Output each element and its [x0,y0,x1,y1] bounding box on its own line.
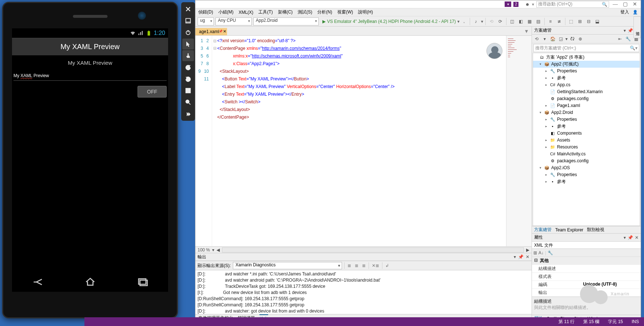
recents-icon[interactable] [136,277,148,287]
toolbar-icon-6[interactable]: ⊞ [576,19,584,24]
menu-test[interactable]: 測試(S) [298,9,312,15]
tree-item[interactable]: ▸▪參考 [533,75,640,82]
properties-icon[interactable]: 🔧 [625,36,631,41]
comment-icon[interactable]: ≡ [547,19,554,24]
config-dropdown[interactable]: ug [198,17,214,25]
home-icon[interactable] [84,277,96,287]
startup-project-dropdown[interactable]: App2.Droid [253,17,319,25]
tree-item[interactable]: ▸📄Page1.xaml [533,102,640,109]
tree-item[interactable]: ▸▪參考 [533,123,640,130]
window-dropdown-icon[interactable]: ▾ [514,254,516,259]
window-maximize-button[interactable]: ▢ [621,1,629,7]
fold-gutter[interactable]: ⊟ ⊟ [212,36,217,246]
property-row[interactable]: 輸出 [532,289,641,297]
property-row[interactable]: 樣式表 [532,273,641,281]
tree-item[interactable]: ▸🔧Properties [533,116,640,123]
property-category[interactable]: ⊟其他 [532,257,641,265]
emu-touch-button[interactable] [182,50,194,61]
emu-fit-button[interactable] [182,85,194,96]
close-icon[interactable]: ✕ [635,235,639,240]
emu-zoom-button[interactable] [182,97,194,108]
output-icon-3[interactable]: ≣ [361,263,366,268]
tree-root[interactable]: 🗂方案 'App2' (6 專案) [533,54,640,61]
tab-scroll-button[interactable]: ▾ [521,28,532,35]
tree-item[interactable]: ▸▪參考 [533,178,640,185]
feedback-icon[interactable]: ☻ [525,2,530,7]
user-icon[interactable]: 👤 [633,10,638,15]
tab-solution-explorer[interactable]: 方案總管 [534,227,552,233]
toolbar-icon-4[interactable]: ▤ [535,19,542,24]
window-dropdown-icon[interactable]: ▾ [624,28,626,33]
uncomment-icon[interactable]: ≢ [556,19,563,24]
platform-dropdown[interactable]: Any CPU [215,17,252,25]
emu-minimize-button[interactable] [182,15,194,26]
code-text[interactable]: <?xml version="1.0" encoding="utf-8" ?> … [217,36,506,246]
tab-class-view[interactable]: 類別檢視 [587,227,604,233]
pin-icon[interactable]: 📌 [628,235,633,240]
quick-launch-search[interactable]: 搜尋啟動 (Ctrl+Q) 🔍 [536,1,609,8]
emu-close-button[interactable] [182,4,194,15]
avatar[interactable] [486,43,502,59]
back-icon[interactable] [32,277,44,287]
solution-search[interactable]: 搜尋方案總管 (Ctrl+;) 🔍▾ [533,44,639,52]
props-pages-icon[interactable]: 🔧 [548,250,553,255]
menu-debug[interactable]: 偵錯(D) [198,9,213,15]
code-editor[interactable]: 1 2 3 4 5 6 7 8 9 10 11 ⊟ ⊟ <?xml versio… [195,35,532,246]
tree-item[interactable]: ▸📁Resources [533,144,640,151]
refresh-icon[interactable]: 🗘 [569,36,576,41]
tree-item[interactable]: ⚙packages.config [533,95,640,102]
property-row[interactable]: 結構描述 [532,265,641,273]
output-source-dropdown[interactable]: Xamarin Diagnostics [233,262,342,269]
soln-back-icon[interactable]: ⟲ [533,36,540,41]
menu-window[interactable]: 視窗(W) [337,9,353,15]
scroll-right-icon[interactable]: ▶ [526,247,529,253]
close-icon[interactable]: ✕ [526,254,529,259]
toolbar-icon-8[interactable]: ⬓ [594,19,601,24]
clear-output-icon[interactable]: ✕≣ [371,263,380,268]
tree-item[interactable]: ▸📁Assets [533,137,640,144]
output-text[interactable]: [D:]: avd watcher *.ini path: 'C:\Users\… [195,270,532,314]
tree-item[interactable]: ⚙packages.config [533,158,640,164]
window-dropdown-icon[interactable]: ▾ [624,235,626,240]
solution-tree[interactable]: 🗂方案 'App2' (6 專案) ▾📦App2 (可攜式)▸🔧Properti… [533,53,640,226]
tree-item[interactable]: C#MainActivity.cs [533,151,640,158]
emu-more-button[interactable] [182,108,194,119]
pin-icon[interactable]: 📌 [518,254,524,259]
minimap[interactable]: ▬▬▬▬▬▬▬▬▬▬▬▬▬▬▬▬▬▬▬▬▬▬▬▬▬▬▬▬▬▬▬▬▬▬▬▬▬▬▬▬… [506,36,532,246]
tree-item[interactable]: 📄GettingStarted.Xamarin [533,88,640,95]
tree-item[interactable]: ▸🔧Properties [533,171,640,178]
notification-count-badge[interactable]: 2 [513,2,518,7]
window-minimize-button[interactable]: — [611,1,619,7]
preview-switch[interactable]: OFF [138,86,167,98]
emu-rotate-left-button[interactable] [182,62,194,73]
nav-back-icon[interactable]: ⟲ [488,19,495,24]
window-close-button[interactable]: ✕ [631,1,639,7]
login-link[interactable]: 登入 [620,9,629,15]
toolbar-icon-5[interactable]: ⬚ [568,19,575,24]
emu-pointer-button[interactable] [182,39,194,49]
notification-flag-icon[interactable]: ▾ [505,1,511,7]
start-debug-button[interactable]: VS Emulator 4" JellyBean (4.2) HDPI Phon… [320,19,462,24]
tree-item[interactable]: ▸C#App.cs [533,82,640,88]
pin-icon[interactable]: 📌 [219,29,223,33]
h-scrollbar[interactable] [222,247,524,253]
tab-page1-xaml[interactable]: age1.xaml 📌 ✕ [195,28,227,35]
tree-item[interactable]: ▾📦App2.iOS [533,164,640,171]
app-title-button[interactable]: My XAML Preview [12,38,168,55]
new-window-icon[interactable]: ◫ [509,19,516,24]
menu-team[interactable]: 小組(M) [218,9,234,15]
property-grid[interactable]: ⊟其他 結構描述樣式表編碼Unicode (UTF-8)輸出 [532,257,641,297]
output-icon-2[interactable]: ≣ [354,263,359,268]
property-row[interactable]: 編碼Unicode (UTF-8) [532,281,641,289]
soln-icon[interactable]: ◲ [557,36,564,41]
emu-power-button[interactable] [182,27,194,38]
toolbar-icon-3[interactable]: ▦ [526,19,533,24]
toggle-wrap-icon[interactable]: ↲ [385,263,390,268]
nav-fwd-icon[interactable]: ⟳ [497,19,504,24]
pin-icon[interactable]: 📌 [628,28,633,33]
notifications-rail[interactable]: 通知 [633,16,641,38]
soln-icon-2[interactable]: ⊕ [577,36,584,41]
menu-architecture[interactable]: 架構(C) [278,9,293,15]
collapse-icon[interactable]: ⇤ [617,36,623,41]
tree-item[interactable]: ▾📦App2 (可攜式) [533,61,640,68]
